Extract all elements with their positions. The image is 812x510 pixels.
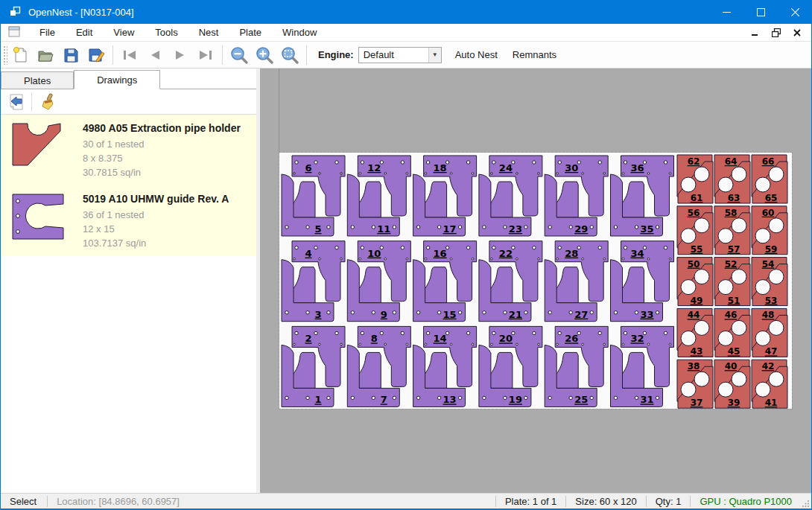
part-number: 56 xyxy=(688,208,700,218)
zoom-extents-button[interactable] xyxy=(277,44,302,66)
save-button[interactable] xyxy=(58,44,83,66)
previous-plate-button[interactable] xyxy=(142,44,168,66)
import-drawing-button[interactable] xyxy=(5,92,28,112)
menu-item-view[interactable]: View xyxy=(103,24,145,41)
nest-cell-purple[interactable]: 1413 xyxy=(413,326,477,407)
nest-cell-purple[interactable]: 2625 xyxy=(545,326,608,407)
nest-cell-red[interactable]: 4039 xyxy=(714,360,750,408)
part-hole xyxy=(450,173,452,175)
auto-nest-button[interactable]: Auto Nest xyxy=(448,45,505,66)
nest-cell-red[interactable]: 5655 xyxy=(677,206,713,255)
menu-item-file[interactable]: File xyxy=(29,24,66,41)
nest-cell-purple[interactable]: 3433 xyxy=(611,241,674,322)
mdi-restore-icon[interactable] xyxy=(770,27,783,39)
nest-cell-purple[interactable]: 3029 xyxy=(545,156,608,236)
part-hole xyxy=(416,311,419,314)
minimize-button[interactable] xyxy=(709,0,743,24)
plate[interactable]: 6512111817242330293635431091615222128273… xyxy=(279,153,792,409)
nest-cell-red[interactable]: 6261 xyxy=(677,155,713,203)
nest-cell-red[interactable]: 3837 xyxy=(677,360,713,408)
tab-drawings[interactable]: Drawings xyxy=(74,70,160,89)
part-hole xyxy=(361,331,364,334)
part-hole xyxy=(437,311,440,314)
part-number: 39 xyxy=(728,398,740,408)
nest-cell-purple[interactable]: 2019 xyxy=(479,326,542,407)
nest-cell-purple[interactable]: 1615 xyxy=(413,241,477,322)
clear-drawings-button[interactable] xyxy=(36,92,58,112)
nest-cell-red[interactable]: 5251 xyxy=(714,258,750,306)
engine-select[interactable]: Default ▼ xyxy=(358,47,442,63)
nest-cell-purple[interactable]: 87 xyxy=(347,326,410,407)
first-plate-button[interactable] xyxy=(117,44,142,66)
nest-cell-purple[interactable]: 2827 xyxy=(545,241,608,322)
nest-cell-red[interactable]: 5453 xyxy=(752,258,787,306)
nest-cell-red[interactable]: 5049 xyxy=(677,258,713,306)
nest-drawing[interactable]: 6512111817242330293635431091615222128273… xyxy=(279,153,792,409)
part-hole xyxy=(327,226,330,229)
remnants-button[interactable]: Remnants xyxy=(505,45,564,66)
menu-item-tools[interactable]: Tools xyxy=(145,24,188,41)
nest-cell-red[interactable]: 4847 xyxy=(752,308,787,357)
part-hole xyxy=(335,246,338,249)
maximize-button[interactable] xyxy=(743,0,778,24)
engine-value: Default xyxy=(359,49,428,60)
part-hole xyxy=(406,343,408,345)
part-hole xyxy=(359,343,361,345)
nest-cell-red[interactable]: 4443 xyxy=(677,308,713,357)
part-number: 43 xyxy=(691,346,703,357)
mdi-document-icon[interactable] xyxy=(8,26,20,39)
part-hole xyxy=(598,246,601,249)
part-cutout xyxy=(755,280,770,295)
part-cutout xyxy=(718,177,733,192)
resize-grip[interactable] xyxy=(801,494,811,509)
part-hole xyxy=(603,258,606,260)
part-hole xyxy=(483,226,486,229)
part-hole xyxy=(569,226,572,229)
drawing-item[interactable]: 5019 A10 UHMW guide Rev. A 36 of 1 neste… xyxy=(1,185,256,256)
nest-cell-red[interactable]: 4241 xyxy=(752,360,787,408)
mdi-close-icon[interactable] xyxy=(790,27,804,39)
zoom-out-button[interactable] xyxy=(226,44,252,66)
nest-canvas[interactable]: 6512111817242330293635431091615222128273… xyxy=(260,68,811,493)
tab-plates[interactable]: Plates xyxy=(1,71,74,89)
nest-cell-purple[interactable]: 109 xyxy=(347,241,410,322)
nest-cell-red[interactable]: 6463 xyxy=(714,155,750,203)
nest-cell-red[interactable]: 6059 xyxy=(752,206,787,255)
close-button[interactable] xyxy=(778,0,812,24)
last-plate-button[interactable] xyxy=(193,44,218,66)
nest-cell-purple[interactable]: 2423 xyxy=(479,156,542,236)
nest-cell-purple[interactable]: 1817 xyxy=(413,156,477,236)
chevron-down-icon[interactable]: ▼ xyxy=(428,48,441,63)
nest-cell-red[interactable]: 6665 xyxy=(752,155,787,203)
part-hole xyxy=(664,161,667,164)
save-as-button[interactable] xyxy=(83,44,109,66)
part-number: 23 xyxy=(509,223,522,235)
menu-item-plate[interactable]: Plate xyxy=(229,24,272,41)
nest-cell-purple[interactable]: 43 xyxy=(282,241,345,322)
new-file-button[interactable] xyxy=(7,44,33,66)
nest-cell-purple[interactable]: 3231 xyxy=(611,326,674,407)
menu-item-window[interactable]: Window xyxy=(272,24,327,41)
part-hole xyxy=(335,331,338,334)
part-number: 49 xyxy=(691,296,703,306)
nest-cell-red[interactable]: 4645 xyxy=(714,308,750,357)
part-hole xyxy=(306,311,309,314)
part-hole xyxy=(319,258,321,260)
part-hole xyxy=(569,396,572,399)
mdi-minimize-icon[interactable] xyxy=(749,27,762,39)
drawing-item[interactable]: 4980 A05 Extraction pipe holder 30 of 1 … xyxy=(1,115,256,185)
nest-cell-purple[interactable]: 3635 xyxy=(611,156,674,236)
zoom-in-button[interactable] xyxy=(252,44,277,66)
nest-cell-purple[interactable]: 65 xyxy=(282,156,345,236)
nest-cell-purple[interactable]: 21 xyxy=(282,326,345,407)
next-plate-button[interactable] xyxy=(168,44,193,66)
nest-cell-purple[interactable]: 2221 xyxy=(479,241,542,322)
nest-cell-red[interactable]: 5857 xyxy=(714,206,750,255)
part-number: 54 xyxy=(762,259,775,270)
menu-item-edit[interactable]: Edit xyxy=(66,24,103,41)
part-hole xyxy=(533,161,536,164)
part-number: 57 xyxy=(728,244,740,255)
nest-cell-purple[interactable]: 1211 xyxy=(347,156,410,236)
menu-item-nest[interactable]: Nest xyxy=(188,24,229,41)
open-file-button[interactable] xyxy=(33,44,58,66)
